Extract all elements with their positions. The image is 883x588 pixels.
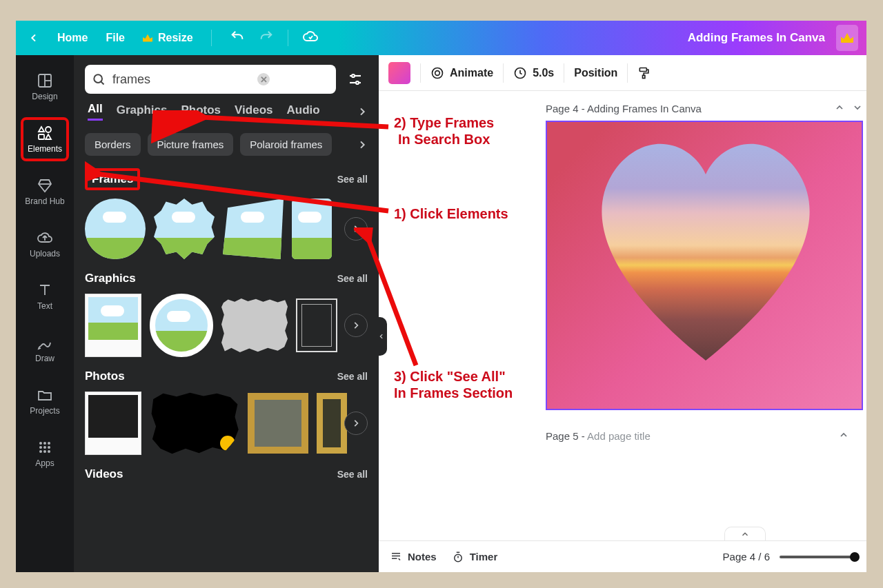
- svg-point-6: [39, 442, 42, 445]
- page-indicator[interactable]: Page 4 / 6: [723, 551, 770, 562]
- fill-color-swatch[interactable]: [388, 62, 410, 84]
- svg-point-15: [94, 74, 102, 83]
- paint-roller-icon: [637, 66, 651, 80]
- suggestion-chips: Borders Picture frames Polaroid frames: [85, 133, 368, 156]
- photo-gold-frame-2-thumb[interactable]: [317, 393, 347, 454]
- graphic-line-frame-thumb[interactable]: [296, 298, 337, 352]
- tab-photos[interactable]: Photos: [181, 103, 221, 120]
- timer-button[interactable]: Timer: [452, 551, 498, 563]
- collapse-up-icon[interactable]: [838, 429, 849, 443]
- sidebar-label: Projects: [30, 406, 59, 416]
- sidebar-label: Draw: [35, 354, 54, 363]
- sidebar-label: Text: [37, 301, 52, 311]
- frames-see-all[interactable]: See all: [337, 174, 368, 185]
- sidebar-brand-hub[interactable]: Brand Hub: [21, 170, 69, 214]
- position-label: Position: [574, 67, 617, 79]
- svg-rect-4: [39, 134, 44, 139]
- svg-point-3: [46, 127, 51, 132]
- sidebar-draw[interactable]: Draw: [21, 327, 69, 371]
- graphics-row: [85, 294, 368, 357]
- svg-point-12: [39, 450, 42, 453]
- svg-point-21: [433, 68, 443, 78]
- collapse-up-icon[interactable]: [834, 102, 845, 115]
- side-rail: Design Elements Brand Hub Uploads Text D…: [16, 55, 74, 572]
- crown-icon: [841, 33, 853, 43]
- sidebar-uploads[interactable]: Uploads: [21, 222, 69, 266]
- videos-see-all[interactable]: See all: [337, 469, 368, 480]
- resize-button[interactable]: Resize: [143, 32, 193, 44]
- tabs-scroll-right[interactable]: [347, 103, 368, 121]
- photos-scroll-right[interactable]: [344, 412, 368, 435]
- frame-flower-thumb[interactable]: [154, 199, 215, 259]
- topbar: Home File Resize Adding Frames In Canva: [16, 21, 866, 55]
- add-page-tab[interactable]: [724, 527, 766, 540]
- duration-button[interactable]: 5.0s: [513, 66, 554, 80]
- photo-ink-thumb[interactable]: [150, 392, 239, 455]
- search-box[interactable]: ✕: [85, 65, 336, 94]
- tab-audio[interactable]: Audio: [286, 103, 319, 120]
- undo-button[interactable]: [230, 29, 245, 47]
- photo-gold-frame-thumb[interactable]: [248, 393, 308, 454]
- filters-button[interactable]: [343, 67, 368, 92]
- crown-icon: [220, 436, 235, 451]
- svg-point-20: [356, 81, 359, 84]
- graphic-ring-thumb[interactable]: [150, 294, 213, 357]
- file-menu[interactable]: File: [106, 32, 125, 44]
- timer-label: Timer: [470, 551, 498, 562]
- graphic-torn-thumb[interactable]: [221, 298, 288, 352]
- chips-scroll-right[interactable]: [347, 133, 368, 156]
- svg-point-7: [43, 442, 46, 445]
- collapse-panel-handle[interactable]: [376, 317, 387, 356]
- notes-icon: [390, 551, 402, 563]
- expand-down-icon[interactable]: [852, 102, 863, 115]
- canvas-area: Animate 5.0s Position: [379, 55, 866, 572]
- bottom-bar: Notes Timer Page 4 / 6: [379, 540, 866, 572]
- sidebar-elements[interactable]: Elements: [21, 117, 69, 161]
- tab-graphics[interactable]: Graphics: [117, 103, 168, 120]
- sidebar-text[interactable]: Text: [21, 274, 69, 318]
- animate-label: Animate: [450, 67, 493, 79]
- sidebar-design[interactable]: Design: [21, 65, 69, 109]
- duration-label: 5.0s: [533, 67, 554, 79]
- svg-rect-25: [643, 75, 645, 78]
- design-title[interactable]: Adding Frames In Canva: [688, 31, 825, 45]
- graphic-polaroid-thumb[interactable]: [85, 294, 141, 357]
- tab-videos[interactable]: Videos: [235, 103, 272, 120]
- sidebar-apps[interactable]: Apps: [21, 432, 69, 476]
- home-button[interactable]: Home: [57, 32, 88, 44]
- cloud-sync-icon[interactable]: [302, 28, 319, 48]
- format-painter-button[interactable]: [637, 66, 651, 80]
- frame-square-thumb[interactable]: [292, 199, 332, 259]
- chip-picture-frames[interactable]: Picture frames: [148, 133, 234, 156]
- frames-scroll-right[interactable]: [344, 217, 368, 241]
- graphics-see-all[interactable]: See all: [337, 273, 368, 284]
- animate-button[interactable]: Animate: [430, 66, 493, 80]
- chip-borders[interactable]: Borders: [85, 133, 141, 156]
- frame-circle-thumb[interactable]: [85, 199, 146, 259]
- notes-button[interactable]: Notes: [390, 551, 437, 563]
- graphics-scroll-right[interactable]: [344, 314, 368, 337]
- toolbar-separator: [288, 30, 288, 46]
- sidebar-projects[interactable]: Projects: [21, 379, 69, 423]
- back-button[interactable]: [28, 32, 39, 43]
- photos-see-all[interactable]: See all: [337, 371, 368, 382]
- sidebar-label: Apps: [35, 458, 54, 468]
- canvas-page-4[interactable]: [546, 121, 863, 410]
- redo-button[interactable]: [259, 29, 274, 47]
- clear-search-button[interactable]: ✕: [257, 73, 270, 85]
- search-input[interactable]: [112, 72, 250, 87]
- photo-polaroid-thumb[interactable]: [85, 392, 141, 455]
- chip-polaroid-frames[interactable]: Polaroid frames: [240, 133, 332, 156]
- heart-frame-image[interactable]: [582, 126, 830, 374]
- page4-title[interactable]: Adding Frames In Canva: [587, 103, 702, 114]
- position-button[interactable]: Position: [574, 67, 617, 79]
- tab-all[interactable]: All: [88, 102, 103, 121]
- zoom-slider[interactable]: [780, 556, 855, 558]
- premium-badge[interactable]: [836, 25, 858, 51]
- canvas-page-5[interactable]: [546, 448, 849, 517]
- svg-point-18: [352, 74, 355, 77]
- frame-trapezoid-thumb[interactable]: [223, 199, 284, 259]
- page5-title-placeholder[interactable]: Add page title: [587, 430, 651, 442]
- zoom-handle[interactable]: [850, 552, 860, 562]
- stopwatch-icon: [452, 551, 464, 563]
